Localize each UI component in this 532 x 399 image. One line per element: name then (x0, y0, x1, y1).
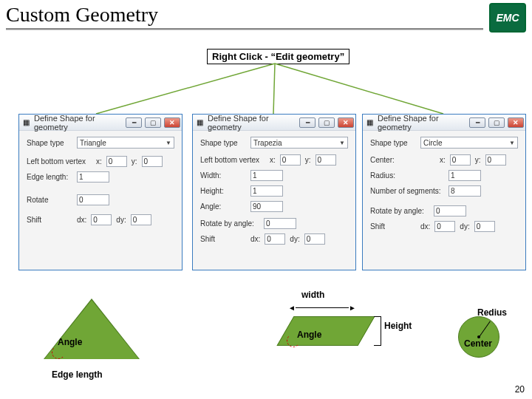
minimize-button[interactable]: ━ (299, 117, 316, 128)
trapezia-width-label: width (301, 290, 324, 300)
angle-input[interactable]: 90 (250, 201, 283, 212)
x-input[interactable]: 0 (450, 154, 471, 166)
x-input[interactable]: 0 (280, 154, 301, 166)
x-input[interactable]: 0 (106, 156, 127, 167)
minimize-button[interactable]: ━ (469, 117, 485, 128)
chevron-down-icon: ▼ (166, 140, 171, 146)
svg-line-1 (273, 64, 275, 114)
trapezia-angle-label: Angle (297, 330, 321, 340)
shift-label: Shift (27, 216, 72, 224)
maximize-button[interactable]: ▢ (145, 117, 161, 128)
rotate-label: Rotate by angle: (200, 219, 259, 228)
vertex-label: Left bottom vertex (27, 157, 92, 166)
width-label: Width: (200, 171, 246, 180)
dx-input[interactable]: 0 (91, 214, 112, 225)
instruction-box: Right Click - “Edit geometry” (207, 49, 349, 64)
close-button[interactable]: ✕ (338, 117, 354, 128)
shape-type-combo[interactable]: Triangle ▼ (77, 137, 174, 149)
window-icon: ▦ (364, 117, 375, 128)
title-bar: Custom Geometry EMC (0, 0, 532, 33)
y-input[interactable]: 0 (316, 154, 336, 166)
dialog-titlebar: ▦ Define Shape for geometry ━ ▢ ✕ (193, 115, 355, 131)
shape-type-combo[interactable]: Circle ▼ (420, 137, 518, 149)
radius-input[interactable]: 1 (449, 170, 481, 181)
edge-length-input[interactable]: 1 (77, 171, 109, 183)
dialog-title: Define Shape for geometry (208, 114, 296, 132)
shape-type-label: Shape type (370, 139, 416, 147)
dy-input[interactable]: 0 (131, 214, 151, 225)
triangle-angle-label: Angle (58, 337, 82, 347)
svg-line-2 (275, 64, 443, 114)
close-button[interactable]: ✕ (508, 117, 524, 128)
rotate-input[interactable]: 0 (264, 218, 296, 229)
rotate-input[interactable]: 0 (434, 205, 466, 216)
y-input[interactable]: 0 (485, 154, 506, 166)
dialog-titlebar: ▦ Define Shape for geometry ━ ▢ ✕ (363, 115, 525, 131)
y-input[interactable]: 0 (142, 156, 163, 167)
title-rule (6, 28, 483, 30)
dy-input[interactable]: 0 (474, 221, 495, 232)
dialog-title: Define Shape for geometry (378, 114, 466, 132)
dialog-circle: ▦ Define Shape for geometry ━ ▢ ✕ Shape … (362, 114, 526, 270)
chevron-down-icon: ▼ (509, 140, 515, 146)
dialog-title: Define Shape for geometry (34, 114, 123, 132)
maximize-button[interactable]: ▢ (318, 117, 335, 128)
triangle-edge-label: Edge length (52, 369, 103, 380)
vertex-label: Left bottom vertex (200, 156, 265, 164)
radius-label: Redius (477, 307, 507, 318)
segments-input[interactable]: 8 (449, 185, 481, 197)
page-title: Custom Geometry (6, 3, 483, 27)
segments-label: Number of segments: (370, 187, 444, 195)
height-input[interactable]: 1 (250, 185, 283, 197)
width-arrows: ◄► (288, 301, 356, 313)
shape-type-label: Shape type (200, 139, 246, 147)
dy-input[interactable]: 0 (304, 233, 325, 245)
dialog-trapezia: ▦ Define Shape for geometry ━ ▢ ✕ Shape … (192, 114, 356, 270)
height-label: Height: (200, 187, 246, 195)
center-label: Center: (370, 156, 435, 164)
dx-input[interactable]: 0 (265, 233, 285, 245)
triangle-angle-arc (52, 346, 65, 359)
shape-type-combo[interactable]: Trapezia ▼ (250, 137, 348, 149)
slide-number: 20 (515, 384, 525, 395)
height-brace (374, 316, 381, 346)
shape-type-label: Shape type (27, 139, 72, 147)
rotate-label: Rotate (27, 196, 72, 204)
window-icon: ▦ (21, 117, 31, 128)
chevron-down-icon: ▼ (339, 140, 345, 146)
angle-label: Angle: (200, 202, 246, 211)
svg-line-0 (96, 64, 275, 114)
emc-logo: EMC (489, 3, 526, 33)
center-label: Center (464, 338, 492, 349)
close-button[interactable]: ✕ (164, 117, 180, 128)
dialog-titlebar: ▦ Define Shape for geometry ━ ▢ ✕ (19, 115, 182, 131)
radius-label: Radius: (370, 171, 444, 180)
width-input[interactable]: 1 (250, 170, 283, 181)
maximize-button[interactable]: ▢ (488, 117, 505, 128)
edge-length-label: Edge length: (27, 173, 72, 181)
shift-label: Shift (200, 235, 246, 243)
trapezia-height-label: Height (384, 321, 412, 331)
minimize-button[interactable]: ━ (126, 117, 142, 128)
window-icon: ▦ (194, 117, 205, 128)
dx-input[interactable]: 0 (434, 221, 455, 232)
dialog-triangle: ▦ Define Shape for geometry ━ ▢ ✕ Shape … (18, 114, 183, 270)
rotate-label: Rotate by angle: (370, 207, 429, 215)
rotate-input[interactable]: 0 (77, 194, 109, 205)
shift-label: Shift (370, 222, 416, 231)
